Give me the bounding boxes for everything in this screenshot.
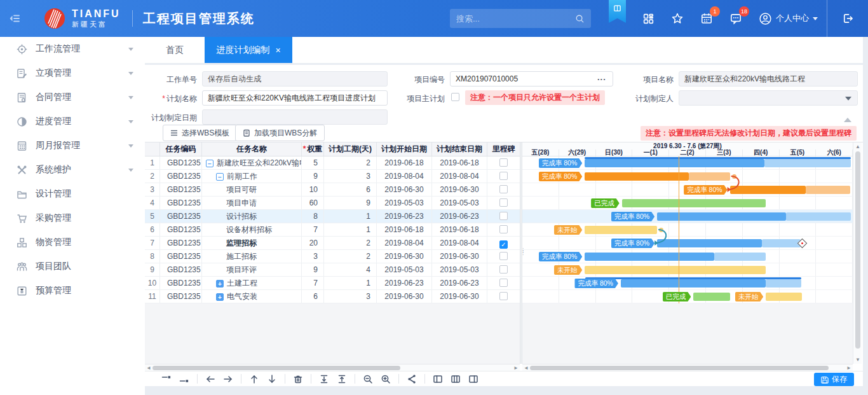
sidebar-item-11[interactable]: 预算管理 bbox=[0, 279, 145, 303]
table-row[interactable]: 9GBD1235项目环评942019-05-032019-05-03 bbox=[145, 263, 520, 277]
gantt-bar-segment[interactable] bbox=[585, 172, 689, 181]
task-duration[interactable]: 3 bbox=[324, 290, 377, 303]
task-duration[interactable]: 2 bbox=[324, 237, 377, 249]
gantt-bar-segment[interactable] bbox=[730, 186, 806, 194]
sidebar-item-6[interactable]: 系统维护 bbox=[0, 158, 145, 182]
table-row[interactable]: 10GBD1235+土建工程712019-06-232019-06-23 bbox=[145, 277, 520, 290]
task-start-date[interactable]: 2019-08-04 bbox=[377, 237, 432, 249]
gantt-bar-segment[interactable] bbox=[766, 279, 801, 288]
layout-right-panel-icon[interactable] bbox=[468, 374, 478, 384]
sidebar-item-1[interactable]: 工作流管理 bbox=[0, 37, 145, 61]
zoom-in-icon[interactable] bbox=[381, 374, 391, 384]
bookmark-ribbon-icon[interactable] bbox=[609, 0, 626, 23]
milestone-checkbox[interactable] bbox=[499, 172, 508, 180]
close-tab-icon[interactable]: × bbox=[275, 46, 280, 55]
table-row[interactable]: 1GBD1235−新建欣旺至众和220kV输电线路工程522019-06-182… bbox=[145, 156, 520, 170]
task-name[interactable]: +土建工程 bbox=[202, 277, 302, 289]
outdent-arrow-left-icon[interactable] bbox=[205, 374, 215, 384]
gantt-bar-segment[interactable] bbox=[689, 172, 729, 181]
gantt-bar-segment[interactable] bbox=[762, 239, 801, 247]
link-start-icon[interactable] bbox=[161, 374, 172, 384]
milestone-checkbox[interactable] bbox=[499, 225, 508, 233]
gantt-bar-segment[interactable] bbox=[585, 226, 657, 234]
sidebar-item-7[interactable]: 设计管理 bbox=[0, 182, 145, 206]
milestone-checkbox[interactable] bbox=[499, 185, 508, 193]
gantt-bar-segment[interactable] bbox=[585, 159, 764, 167]
task-duration[interactable]: 3 bbox=[324, 170, 377, 183]
table-row[interactable]: 5GBD1235设计招标812019-06-232019-06-23 bbox=[145, 210, 520, 223]
task-start-date[interactable]: 2019-06-18 bbox=[377, 156, 432, 169]
gantt-bar-segment[interactable] bbox=[585, 253, 714, 261]
table-row[interactable]: 11GBD1235+电气安装632019-06-302019-06-30 bbox=[145, 290, 520, 303]
task-start-date[interactable]: 2019-06-30 bbox=[377, 250, 432, 263]
gantt-bar-segment[interactable] bbox=[786, 212, 851, 221]
table-row[interactable]: 3GBD1235项目可研1062019-06-302019-06-30 bbox=[145, 183, 520, 197]
task-start-date[interactable]: 2019-05-03 bbox=[377, 197, 432, 209]
table-row[interactable]: 6GBD1235设备材料招标712019-06-182019-06-18 bbox=[145, 223, 520, 237]
calendar-icon[interactable]: 1 bbox=[700, 12, 713, 25]
task-weight[interactable]: 20 bbox=[302, 237, 324, 249]
task-start-date[interactable]: 2019-06-30 bbox=[377, 183, 432, 196]
favorites-star-icon[interactable] bbox=[671, 12, 684, 25]
gantt-bar-segment[interactable] bbox=[764, 159, 851, 167]
task-weight[interactable]: 9 bbox=[302, 263, 324, 276]
project-code-field[interactable]: XM201907010005 bbox=[450, 71, 613, 87]
task-name[interactable]: 项目申请 bbox=[202, 197, 302, 209]
task-weight[interactable]: 3 bbox=[302, 250, 324, 263]
task-start-date[interactable]: 2019-08-04 bbox=[377, 170, 432, 183]
task-name[interactable]: −新建欣旺至众和220kV输电线路工程 bbox=[202, 156, 302, 169]
task-weight[interactable]: 60 bbox=[302, 197, 324, 209]
task-name[interactable]: 设计招标 bbox=[202, 210, 302, 223]
task-end-date[interactable]: 2019-06-30 bbox=[432, 183, 487, 196]
task-name[interactable]: 项目环评 bbox=[202, 263, 302, 276]
task-end-date[interactable]: 2019-06-23 bbox=[432, 277, 487, 289]
sidebar-collapse-icon[interactable] bbox=[0, 13, 29, 24]
milestone-checkbox[interactable] bbox=[499, 158, 508, 167]
task-end-date[interactable]: 2019-06-30 bbox=[432, 290, 487, 303]
indent-arrow-right-icon[interactable] bbox=[223, 374, 233, 384]
task-duration[interactable]: 9 bbox=[324, 197, 377, 209]
expand-node-icon[interactable]: + bbox=[216, 280, 224, 288]
milestone-checkbox[interactable]: ✓ bbox=[499, 240, 508, 249]
gantt-bar-segment[interactable] bbox=[657, 212, 786, 221]
apps-grid-icon[interactable] bbox=[642, 13, 654, 25]
task-weight[interactable]: 9 bbox=[302, 170, 324, 183]
sidebar-item-4[interactable]: 进度管理 bbox=[0, 109, 145, 134]
user-menu[interactable]: 个人中心 bbox=[759, 12, 818, 25]
task-duration[interactable]: 2 bbox=[324, 250, 377, 263]
table-row[interactable]: 7GBD1235监理招标2022019-08-042019-08-04✓ bbox=[145, 237, 520, 250]
tab-schedule-plan[interactable]: 进度计划编制× bbox=[205, 37, 292, 63]
sidebar-item-10[interactable]: 项目团队 bbox=[0, 254, 145, 279]
task-duration[interactable]: 1 bbox=[324, 277, 377, 289]
task-duration[interactable]: 4 bbox=[324, 263, 377, 276]
task-duration[interactable]: 2 bbox=[324, 156, 377, 169]
link-end-icon[interactable] bbox=[179, 374, 189, 384]
task-name[interactable]: 监理招标 bbox=[202, 237, 302, 249]
move-up-icon[interactable] bbox=[249, 374, 259, 384]
task-weight[interactable]: 10 bbox=[302, 183, 324, 196]
load-wbs-button[interactable]: 加载项目WBS分解 bbox=[235, 125, 325, 141]
layout-three-columns-icon[interactable] bbox=[451, 374, 461, 384]
save-button[interactable]: 保存 bbox=[814, 373, 854, 386]
project-picker-button[interactable]: ... bbox=[597, 73, 606, 82]
messages-icon[interactable]: 18 bbox=[729, 12, 742, 25]
sidebar-item-2[interactable]: 立项管理 bbox=[0, 61, 145, 85]
milestone-checkbox[interactable] bbox=[499, 252, 508, 260]
task-end-date[interactable]: 2019-06-18 bbox=[432, 223, 487, 236]
layout-left-panel-icon[interactable] bbox=[433, 374, 443, 384]
delete-task-icon[interactable] bbox=[293, 374, 303, 384]
search-input[interactable] bbox=[456, 14, 575, 24]
task-start-date[interactable]: 2019-06-30 bbox=[377, 290, 432, 303]
task-start-date[interactable]: 2019-06-18 bbox=[377, 223, 432, 236]
collapse-node-icon[interactable]: − bbox=[206, 160, 214, 167]
master-plan-checkbox[interactable] bbox=[451, 93, 459, 101]
logout-button[interactable] bbox=[827, 0, 868, 37]
table-row[interactable]: 4GBD1235项目申请6092019-05-032019-05-03 bbox=[145, 197, 520, 210]
milestone-checkbox[interactable] bbox=[499, 212, 508, 220]
milestone-checkbox[interactable] bbox=[499, 292, 508, 300]
task-weight[interactable]: 6 bbox=[302, 290, 324, 303]
collapse-node-icon[interactable]: − bbox=[216, 173, 224, 181]
milestone-checkbox[interactable] bbox=[499, 265, 508, 274]
task-end-date[interactable]: 2019-06-18 bbox=[432, 156, 487, 169]
task-start-date[interactable]: 2019-06-23 bbox=[377, 277, 432, 289]
